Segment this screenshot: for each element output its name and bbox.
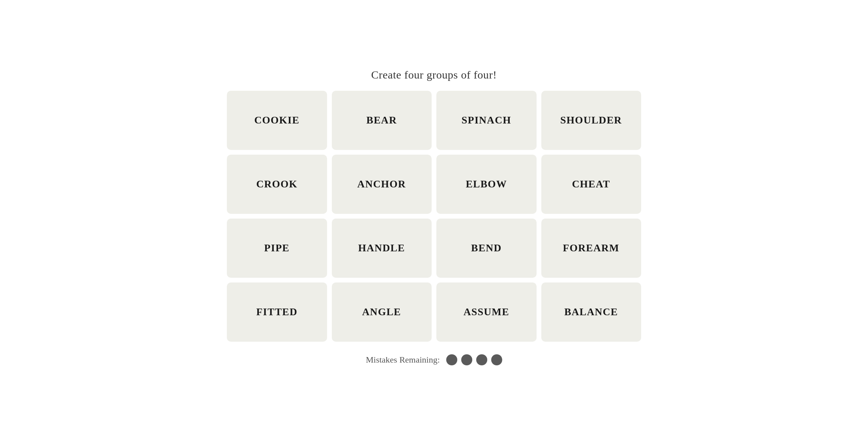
tile-label-cookie: COOKIE: [254, 114, 299, 126]
tile-bend[interactable]: BEND: [436, 219, 537, 278]
tile-forearm[interactable]: FOREARM: [541, 219, 642, 278]
tile-label-cheat: CHEAT: [572, 178, 610, 190]
tile-label-assume: ASSUME: [464, 306, 509, 318]
mistakes-section: Mistakes Remaining:: [366, 354, 502, 365]
tile-balance[interactable]: BALANCE: [541, 282, 642, 342]
tile-label-anchor: ANCHOR: [357, 178, 406, 190]
tile-label-bear: BEAR: [367, 114, 397, 126]
tile-assume[interactable]: ASSUME: [436, 282, 537, 342]
tile-label-bend: BEND: [471, 242, 501, 254]
mistake-dot-3: [476, 354, 487, 365]
mistakes-label: Mistakes Remaining:: [366, 355, 440, 365]
tile-angle[interactable]: ANGLE: [332, 282, 432, 342]
tile-label-spinach: SPINACH: [462, 114, 511, 126]
mistake-dot-1: [446, 354, 457, 365]
game-container: Create four groups of four! COOKIEBEARSP…: [217, 69, 651, 365]
tile-pipe[interactable]: PIPE: [227, 219, 327, 278]
tile-grid: COOKIEBEARSPINACHSHOULDERCROOKANCHORELBO…: [227, 91, 641, 342]
tile-label-angle: ANGLE: [362, 306, 401, 318]
tile-label-pipe: PIPE: [264, 242, 290, 254]
mistake-dot-2: [461, 354, 472, 365]
tile-handle[interactable]: HANDLE: [332, 219, 432, 278]
subtitle: Create four groups of four!: [371, 69, 497, 81]
mistakes-dots: [446, 354, 502, 365]
tile-bear[interactable]: BEAR: [332, 91, 432, 150]
tile-label-forearm: FOREARM: [563, 242, 619, 254]
tile-label-elbow: ELBOW: [466, 178, 507, 190]
tile-spinach[interactable]: SPINACH: [436, 91, 537, 150]
tile-elbow[interactable]: ELBOW: [436, 155, 537, 214]
tile-label-crook: CROOK: [256, 178, 297, 190]
tile-cheat[interactable]: CHEAT: [541, 155, 642, 214]
tile-anchor[interactable]: ANCHOR: [332, 155, 432, 214]
tile-label-handle: HANDLE: [358, 242, 405, 254]
tile-label-balance: BALANCE: [564, 306, 618, 318]
tile-shoulder[interactable]: SHOULDER: [541, 91, 642, 150]
tile-crook[interactable]: CROOK: [227, 155, 327, 214]
tile-cookie[interactable]: COOKIE: [227, 91, 327, 150]
tile-label-fitted: FITTED: [256, 306, 297, 318]
tile-fitted[interactable]: FITTED: [227, 282, 327, 342]
mistake-dot-4: [491, 354, 502, 365]
tile-label-shoulder: SHOULDER: [560, 114, 622, 126]
